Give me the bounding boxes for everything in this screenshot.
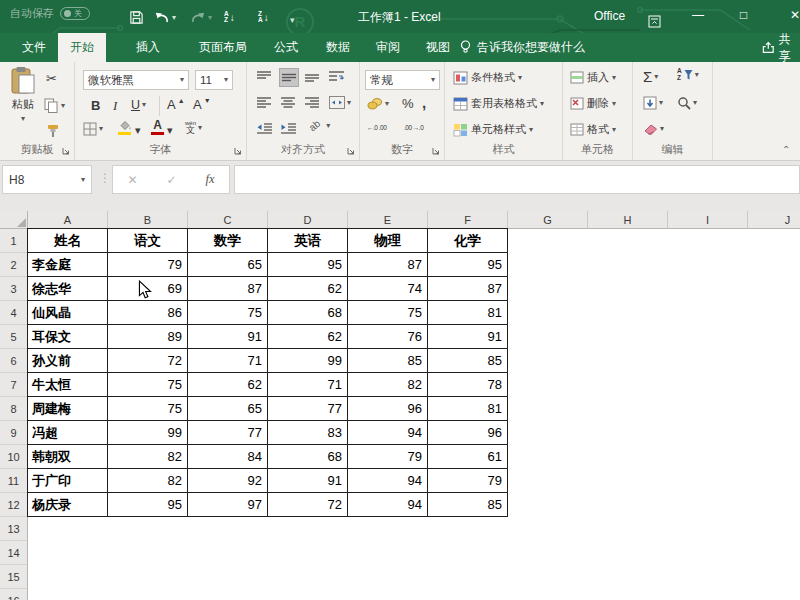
format-caret[interactable]: ▾ — [612, 126, 616, 134]
align-right-button[interactable] — [305, 96, 319, 109]
autosave-toggle[interactable]: 自动保存 关 — [10, 6, 90, 21]
delete-cells-button[interactable]: 删除 ▾ — [570, 96, 616, 111]
fill-caret[interactable]: ▾ — [659, 99, 663, 107]
paste-dropdown-caret[interactable]: ▾ — [21, 115, 25, 123]
cell-B7[interactable]: 75 — [108, 373, 188, 397]
cell-F6[interactable]: 85 — [428, 349, 508, 373]
cell-B4[interactable]: 86 — [108, 301, 188, 325]
cell-B6[interactable]: 72 — [108, 349, 188, 373]
fill-color-caret[interactable]: ▾ — [135, 124, 141, 137]
cell-E5[interactable]: 76 — [348, 325, 428, 349]
cell-D4[interactable]: 68 — [268, 301, 348, 325]
cell-F11[interactable]: 79 — [428, 469, 508, 493]
cell-B10[interactable]: 82 — [108, 445, 188, 469]
cell-E12[interactable]: 94 — [348, 493, 428, 517]
share-button[interactable]: 共享 — [762, 33, 800, 62]
clear-button[interactable]: ▾ — [643, 123, 664, 135]
top-align-button[interactable] — [257, 70, 271, 83]
find-select-button[interactable]: ▾ — [677, 96, 697, 110]
paste-button[interactable]: 粘贴 ▾ — [5, 66, 41, 144]
borders-caret[interactable]: ▾ — [99, 125, 103, 133]
sort-filter-caret[interactable]: ▾ — [695, 71, 699, 79]
autosum-button[interactable]: Σ ▾ — [643, 68, 658, 85]
qat-customize-button[interactable]: ▾ — [290, 8, 295, 32]
row-header-7[interactable]: 7 — [0, 373, 28, 397]
phonetic-guide-button[interactable]: wén 文 ▾ — [185, 120, 202, 135]
cell-D1[interactable]: 英语 — [268, 229, 348, 253]
middle-align-button[interactable] — [279, 68, 299, 87]
insert-caret[interactable]: ▾ — [612, 74, 616, 82]
alignment-dialog-launcher[interactable] — [346, 146, 356, 156]
clear-caret[interactable]: ▾ — [660, 125, 664, 133]
cell-A1[interactable]: 姓名 — [28, 229, 108, 253]
insert-function-button[interactable]: fx — [205, 172, 214, 187]
format-as-table-button[interactable]: 套用表格格式 ▾ — [453, 96, 544, 111]
sort-filter-button[interactable]: AZ ▾ — [677, 68, 699, 81]
cell-D5[interactable]: 62 — [268, 325, 348, 349]
redo-button[interactable]: ▾ — [190, 6, 212, 30]
font-color-caret[interactable]: ▾ — [167, 124, 173, 137]
cell-E11[interactable]: 94 — [348, 469, 428, 493]
cell-E8[interactable]: 96 — [348, 397, 428, 421]
select-all-button[interactable] — [0, 211, 28, 229]
italic-button[interactable]: I — [113, 98, 117, 114]
borders-button[interactable]: ▾ — [83, 122, 103, 136]
cell-D12[interactable]: 72 — [268, 493, 348, 517]
formula-bar-drag-handle[interactable]: ⋮ — [99, 171, 111, 185]
copy-dropdown-caret[interactable]: ▾ — [61, 102, 65, 110]
cell-E4[interactable]: 75 — [348, 301, 428, 325]
increase-indent-button[interactable] — [281, 122, 296, 135]
cell-C8[interactable]: 65 — [188, 397, 268, 421]
font-dialog-launcher[interactable] — [233, 146, 243, 156]
decrease-indent-button[interactable] — [257, 122, 272, 135]
undo-dropdown-caret[interactable]: ▾ — [172, 14, 176, 22]
cell-B5[interactable]: 89 — [108, 325, 188, 349]
cell-F5[interactable]: 91 — [428, 325, 508, 349]
clipboard-dialog-launcher[interactable] — [61, 146, 71, 156]
cut-button[interactable]: ✂ — [46, 72, 57, 85]
confirm-entry-button[interactable]: ✓ — [166, 173, 176, 187]
collapse-ribbon-button[interactable]: ⌃ — [782, 144, 790, 155]
cell-D9[interactable]: 83 — [268, 421, 348, 445]
orientation-button[interactable]: ab ▾ — [309, 120, 330, 131]
cell-C3[interactable]: 87 — [188, 277, 268, 301]
row-header-10[interactable]: 10 — [0, 445, 28, 469]
tab-formulas[interactable]: 公式 — [262, 33, 310, 62]
autosum-caret[interactable]: ▾ — [654, 73, 658, 81]
comma-style-button[interactable]: , — [422, 94, 426, 111]
cell-A9[interactable]: 冯超 — [28, 421, 108, 445]
column-header-I[interactable]: I — [668, 211, 748, 229]
cell-B9[interactable]: 99 — [108, 421, 188, 445]
cell-D6[interactable]: 99 — [268, 349, 348, 373]
cell-A8[interactable]: 周建梅 — [28, 397, 108, 421]
cell-A3[interactable]: 徐志华 — [28, 277, 108, 301]
sort-descending-button[interactable]: ZA ↓ — [258, 5, 269, 29]
cell-F3[interactable]: 87 — [428, 277, 508, 301]
tab-review[interactable]: 审阅 — [364, 33, 412, 62]
tab-file[interactable]: 文件 — [10, 33, 58, 62]
accounting-format-button[interactable]: ▾ — [367, 97, 389, 110]
row-header-6[interactable]: 6 — [0, 349, 28, 373]
font-size-combo[interactable]: 11 ▾ — [195, 70, 233, 90]
cell-F2[interactable]: 95 — [428, 253, 508, 277]
cell-A5[interactable]: 耳保文 — [28, 325, 108, 349]
find-caret[interactable]: ▾ — [693, 99, 697, 107]
cell-D3[interactable]: 62 — [268, 277, 348, 301]
row-header-1[interactable]: 1 — [0, 229, 28, 253]
cell-B2[interactable]: 79 — [108, 253, 188, 277]
cell-F12[interactable]: 85 — [428, 493, 508, 517]
merge-caret[interactable]: ▾ — [347, 99, 351, 107]
underline-caret[interactable]: ▾ — [142, 101, 146, 109]
tab-view[interactable]: 视图 — [414, 33, 462, 62]
name-box[interactable]: H8 ▾ — [2, 165, 92, 194]
cell-E1[interactable]: 物理 — [348, 229, 428, 253]
align-center-button[interactable] — [281, 96, 295, 109]
formula-input[interactable] — [234, 165, 800, 194]
name-box-caret[interactable]: ▾ — [81, 176, 85, 184]
delete-caret[interactable]: ▾ — [612, 100, 616, 108]
undo-button[interactable]: ▾ — [154, 6, 176, 30]
cell-C11[interactable]: 92 — [188, 469, 268, 493]
bold-button[interactable]: B — [91, 98, 100, 113]
cell-D2[interactable]: 95 — [268, 253, 348, 277]
row-header-15[interactable]: 15 — [0, 565, 28, 589]
